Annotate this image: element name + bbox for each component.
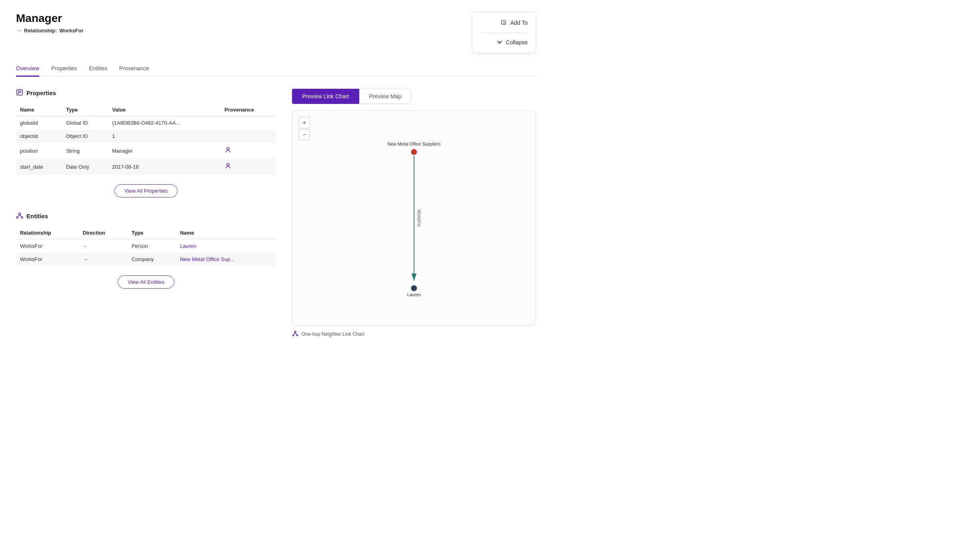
chart-footer: One-hop Neighbor Link Chart <box>292 330 536 338</box>
tab-overview[interactable]: Overview <box>16 61 39 77</box>
col-name: Name <box>16 104 62 116</box>
ent-type: Person <box>128 239 176 253</box>
svg-line-25 <box>295 333 297 335</box>
prop-name: position <box>16 143 62 159</box>
view-all-entities-button[interactable]: View All Entities <box>118 275 174 289</box>
svg-point-10 <box>16 217 18 218</box>
footer-label: One-hop Neighbor Link Chart <box>302 331 364 337</box>
prop-provenance <box>220 143 276 159</box>
link-chart-container: + − WorksFor <box>292 110 536 326</box>
prop-type: Date Only <box>62 159 108 175</box>
svg-point-8 <box>227 163 229 166</box>
prop-name: globalid <box>16 116 62 130</box>
prop-provenance <box>220 159 276 175</box>
collapse-icon <box>496 39 503 46</box>
ent-type: Company <box>128 253 176 266</box>
add-to-label: Add To <box>510 20 528 26</box>
prop-provenance <box>220 130 276 143</box>
ent-name[interactable]: New Metal Office Sup... <box>176 253 276 266</box>
properties-section: Properties Name Type Value Provenance <box>16 89 276 197</box>
preview-map-tab[interactable]: Preview Map <box>359 89 412 104</box>
svg-rect-0 <box>502 20 506 24</box>
collapse-label: Collapse <box>506 39 528 46</box>
svg-point-23 <box>297 335 298 336</box>
entities-title: Entities <box>26 213 48 219</box>
table-row: start_date Date Only 2017-08-18 <box>16 159 276 175</box>
properties-title: Properties <box>26 90 56 96</box>
prop-value: 1 <box>108 130 220 143</box>
prop-type: String <box>62 143 108 159</box>
tab-entities[interactable]: Entities <box>89 61 107 77</box>
ent-direction: ← <box>79 239 128 253</box>
svg-text:New Metal Office Suppliers: New Metal Office Suppliers <box>387 141 441 146</box>
svg-text:Lauren: Lauren <box>407 292 421 297</box>
panel-divider <box>480 32 528 33</box>
footer-icon <box>292 330 298 338</box>
svg-point-11 <box>21 217 23 218</box>
prop-type: Object ID <box>62 130 108 143</box>
svg-point-9 <box>19 213 21 215</box>
svg-point-21 <box>294 331 296 333</box>
add-to-button[interactable]: Add To <box>501 19 528 27</box>
collapse-button[interactable]: Collapse <box>496 38 528 46</box>
provenance-icon[interactable] <box>224 148 232 155</box>
link-chart-svg: WorksFor New Metal Office Suppliers Laur… <box>292 111 536 326</box>
col-value: Value <box>108 104 220 116</box>
entity-link[interactable]: New Metal Office Sup... <box>180 256 234 262</box>
action-panel: Add To Collapse <box>472 12 536 53</box>
tab-provenance[interactable]: Provenance <box>119 61 149 77</box>
properties-icon <box>16 89 23 97</box>
svg-line-24 <box>294 333 295 335</box>
prop-value: Manager <box>108 143 220 159</box>
svg-point-22 <box>293 335 294 336</box>
table-row: objectid Object ID 1 <box>16 130 276 143</box>
ent-relationship: WorksFor <box>16 239 79 253</box>
entities-icon <box>16 212 23 220</box>
ent-col-direction: Direction <box>79 227 128 239</box>
prop-value: {1A9DB2B6-D482-4170-AA... <box>108 116 220 130</box>
prop-name: objectid <box>16 130 62 143</box>
entity-link[interactable]: Lauren <box>180 243 196 249</box>
add-to-icon <box>501 20 507 26</box>
table-row: position String Manager <box>16 143 276 159</box>
provenance-icon[interactable] <box>224 164 232 171</box>
prop-value: 2017-08-18 <box>108 159 220 175</box>
ent-direction: → <box>79 253 128 266</box>
svg-line-13 <box>20 215 22 217</box>
entities-table: Relationship Direction Type Name WorksFo… <box>16 227 276 266</box>
relationship-arrow: → <box>16 27 22 34</box>
table-row: WorksFor → Company New Metal Office Sup.… <box>16 253 276 266</box>
zoom-out-button[interactable]: − <box>299 129 310 140</box>
prop-name: start_date <box>16 159 62 175</box>
ent-col-relationship: Relationship <box>16 227 79 239</box>
svg-line-12 <box>18 215 20 217</box>
prop-provenance <box>220 116 276 130</box>
col-provenance: Provenance <box>220 104 276 116</box>
properties-table: Name Type Value Provenance globalid Glob… <box>16 104 276 175</box>
svg-point-17 <box>411 149 417 155</box>
zoom-controls: + − <box>299 117 310 140</box>
col-type: Type <box>62 104 108 116</box>
ent-name[interactable]: Lauren <box>176 239 276 253</box>
entities-section: Entities Relationship Direction Type Nam… <box>16 212 276 289</box>
tab-properties[interactable]: Properties <box>51 61 77 77</box>
table-row: WorksFor ← Person Lauren <box>16 239 276 253</box>
svg-point-19 <box>411 285 417 291</box>
relationship-name: WorksFor <box>59 28 83 34</box>
zoom-in-button[interactable]: + <box>299 117 310 128</box>
svg-text:WorksFor: WorksFor <box>417 209 421 227</box>
svg-point-7 <box>227 147 229 150</box>
table-row: globalid Global ID {1A9DB2B6-D482-4170-A… <box>16 116 276 130</box>
main-tabs: Overview Properties Entities Provenance <box>16 61 536 77</box>
preview-link-chart-tab[interactable]: Preview Link Chart <box>292 89 359 104</box>
relationship-prefix: Relationship: <box>24 28 57 34</box>
ent-col-type: Type <box>128 227 176 239</box>
prop-type: Global ID <box>62 116 108 130</box>
preview-tabs: Preview Link Chart Preview Map <box>292 89 536 104</box>
view-all-properties-button[interactable]: View All Properties <box>114 184 178 197</box>
ent-col-name: Name <box>176 227 276 239</box>
page-title: Manager <box>16 12 84 25</box>
ent-relationship: WorksFor <box>16 253 79 266</box>
